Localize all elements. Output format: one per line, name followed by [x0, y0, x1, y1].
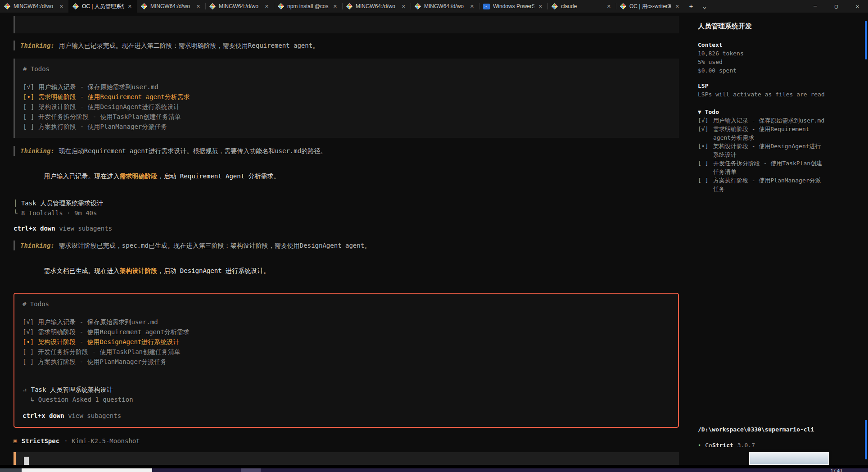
- todo-section-toggle[interactable]: ▼ Todo: [698, 108, 855, 116]
- task-title: Task 人员管理系统架构设计: [31, 386, 113, 393]
- todo-checkbox: [ ]: [23, 122, 34, 132]
- spinner-icon: ⠴: [23, 386, 27, 393]
- todo-checkbox: [√]: [23, 82, 34, 92]
- scrollbar-thumb-top[interactable]: [865, 21, 867, 59]
- workspace-path: /D:\workspace\0330\supermario-cli: [698, 425, 855, 434]
- tab-close-icon[interactable]: ✕: [469, 4, 475, 9]
- tab-close-icon[interactable]: ✕: [606, 4, 612, 9]
- text-cursor: [24, 457, 29, 465]
- terminal-window: MINGW64:/d/wo ✕ OC | 人员管理系统 ✕ MINGW64:/d…: [0, 0, 868, 465]
- todo-checkbox: [ ]: [698, 176, 713, 193]
- task-block-2[interactable]: ⠴ Task 人员管理系统架构设计 ↳ Question Asked 1 que…: [23, 385, 670, 404]
- tab-mingw64-5[interactable]: MINGW64:/d/wo ✕: [411, 0, 479, 13]
- tab-close-icon[interactable]: ✕: [195, 4, 201, 9]
- sidebar-todo-item: [√] 需求明确阶段 - 使用Requirement agent分析需求: [698, 125, 855, 142]
- taskbar-item[interactable]: [241, 468, 261, 472]
- context-spent: $0.00 spent: [698, 66, 855, 75]
- assistant-message-1: 用户输入已记录。现在进入需求明确阶段，启动 Requirement Agent …: [14, 161, 679, 191]
- todo-item: [ ] 开发任务拆分阶段 - 使用TaskPlan创建任务清单: [23, 112, 671, 122]
- todo-item: [ ] 方案执行阶段 - 使用PlanManager分派任务: [23, 122, 671, 132]
- tab-mingw64-3[interactable]: MINGW64:/d/wo ✕: [205, 0, 274, 13]
- terminal-main-pane: Thinking: 用户输入已记录完成。现在进入第二阶段：需求明确阶段，需要使用…: [0, 13, 688, 465]
- prompt-input[interactable]: StrictSpec Kimi-K2.5-Moonshot CoStrict: [14, 452, 679, 465]
- new-tab-button[interactable]: +: [684, 3, 698, 10]
- tab-label: MINGW64:/d/wo: [424, 3, 466, 9]
- thinking-text: 用户输入已记录完成。现在进入第二阶段：需求明确阶段，需要使用Requiremen…: [59, 41, 319, 50]
- taskbar-preview-overlay: [749, 452, 829, 465]
- tab-label: MINGW64:/d/wo: [356, 3, 398, 9]
- tab-close-icon[interactable]: ✕: [401, 4, 407, 9]
- lsp-heading: LSP: [698, 82, 855, 90]
- thinking-message-3: Thinking: 需求设计阶段已完成，spec.md已生成。现在进入第三阶段：…: [14, 241, 679, 250]
- context-tokens: 10,826 tokens: [698, 49, 855, 58]
- todo-checkbox: [ ]: [23, 357, 34, 367]
- tab-label: MINGW64:/d/wo: [14, 3, 55, 9]
- taskbar-item[interactable]: [0, 468, 22, 472]
- thinking-label: Thinking:: [20, 41, 54, 50]
- tab-cs-writer[interactable]: OC | 用cs-writer写 ✕: [616, 0, 684, 13]
- todo-item: [√] 用户输入记录 - 保存原始需求到user.md: [23, 317, 670, 327]
- task-block-1[interactable]: │ Task 人员管理系统需求设计 └ 8 toolcalls · 9m 40s: [14, 198, 679, 218]
- git-bash-icon: [209, 3, 216, 9]
- tab-label: MINGW64:/d/wo: [219, 3, 261, 9]
- git-bash-icon: [141, 3, 147, 9]
- todo-checkbox: [•]: [23, 92, 34, 102]
- sidebar-todo-item: [ ] 方案执行阶段 - 使用PlanManager分派任务: [698, 176, 855, 193]
- tab-label: OC | 人员管理系统: [82, 3, 124, 10]
- subagents-hint-1: ctrl+x down view subagents: [14, 223, 679, 233]
- phase-highlight: 架构设计阶段: [119, 267, 157, 274]
- taskbar-active-item[interactable]: [22, 468, 152, 472]
- taskbar-clock: 17:40: [831, 468, 842, 472]
- task-title: Task 人员管理系统需求设计: [21, 200, 103, 207]
- git-bash-icon: [415, 3, 421, 9]
- tab-npm-install[interactable]: npm install @cos ✕: [274, 0, 342, 13]
- tab-close-icon[interactable]: ✕: [538, 4, 543, 9]
- maximize-button[interactable]: ▢: [826, 0, 847, 13]
- todo-checkbox: [•]: [23, 337, 34, 347]
- highlighted-todos-block: # Todos [√] 用户输入记录 - 保存原始需求到user.md [√] …: [14, 293, 679, 428]
- todo-checkbox: [ ]: [23, 112, 34, 122]
- tab-label: npm install @cos: [287, 3, 329, 9]
- tab-powershell[interactable]: >_ Windows PowerS ✕: [479, 0, 547, 13]
- tab-dropdown-button[interactable]: ⌄: [698, 3, 711, 10]
- tab-close-icon[interactable]: ✕: [264, 4, 270, 9]
- todo-checkbox: [√]: [23, 317, 34, 327]
- close-button[interactable]: ✕: [847, 0, 868, 13]
- tab-label: Windows PowerS: [493, 3, 534, 9]
- tab-mingw64-1[interactable]: MINGW64:/d/wo ✕: [0, 0, 68, 13]
- agent-status-line: ▣ StrictSpec · Kimi-K2.5-Moonshot: [14, 436, 679, 446]
- tab-bar: MINGW64:/d/wo ✕ OC | 人员管理系统 ✕ MINGW64:/d…: [0, 0, 868, 13]
- tab-personnel-system-active[interactable]: OC | 人员管理系统 ✕: [68, 0, 137, 13]
- tab-claude[interactable]: claude ✕: [547, 0, 616, 13]
- sidebar-todo-item-active: [•] 架构设计阶段 - 使用DesignAgent进行系统设计: [698, 142, 855, 159]
- todo-item: [ ] 架构设计阶段 - 使用DesignAgent进行系统设计: [23, 102, 671, 112]
- todo-item-active: [•] 架构设计阶段 - 使用DesignAgent进行系统设计: [23, 337, 670, 347]
- thinking-bar: [14, 241, 15, 250]
- thinking-text: 现在启动Requirement agent进行需求设计。根据规范，需要传入功能名…: [59, 146, 326, 156]
- tab-mingw64-4[interactable]: MINGW64:/d/wo ✕: [342, 0, 411, 13]
- lsp-status: LSPs will activate as files are read: [698, 90, 855, 99]
- agent-model: Kimi-K2.5-Moonshot: [72, 437, 140, 445]
- tab-close-icon[interactable]: ✕: [332, 4, 338, 9]
- todos-block-1: # Todos [√] 用户输入记录 - 保存原始需求到user.md [•] …: [14, 59, 679, 138]
- tab-close-icon[interactable]: ✕: [127, 4, 133, 9]
- context-heading: Context: [698, 41, 855, 49]
- tab-label: claude: [561, 3, 603, 9]
- todo-checkbox: [√]: [698, 116, 713, 125]
- tab-close-icon[interactable]: ✕: [674, 4, 680, 9]
- sidebar-todo-item: [√] 用户输入记录 - 保存原始需求到user.md: [698, 116, 855, 125]
- thinking-message-1: Thinking: 用户输入已记录完成。现在进入第二阶段：需求明确阶段，需要使用…: [14, 41, 679, 50]
- powershell-icon: >_: [483, 4, 490, 9]
- minimize-button[interactable]: ─: [805, 0, 826, 13]
- tab-close-icon[interactable]: ✕: [59, 4, 64, 9]
- session-title: 人员管理系统开发: [698, 22, 855, 31]
- windows-taskbar[interactable]: 17:40: [0, 468, 868, 472]
- thinking-bar: [14, 146, 15, 156]
- collapse-triangle-icon: ▼: [698, 109, 701, 115]
- git-bash-icon: [278, 3, 284, 9]
- task-sub: ↳ Question Asked 1 question: [31, 396, 133, 403]
- tab-mingw64-2[interactable]: MINGW64:/d/wo ✕: [137, 0, 205, 13]
- todos-heading: # Todos: [23, 64, 671, 74]
- todo-checkbox: [√]: [23, 327, 34, 337]
- scrollbar-thumb-bottom[interactable]: [865, 420, 867, 459]
